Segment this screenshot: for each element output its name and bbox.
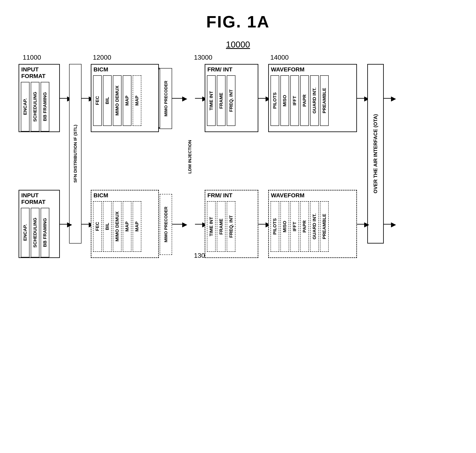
- bot-bicm-fec: FEC: [93, 201, 102, 252]
- arrow-line-bot-5: [258, 224, 266, 225]
- bot-wf-ifft: IFFT: [290, 201, 299, 252]
- top-frm-timeint: TIME INT: [207, 75, 216, 126]
- top-bicm-block: BICM FEC BIL MIMO DEMUX MAP MAP: [91, 64, 159, 132]
- bottom-frm-int-block: FRM/ INT TIME INT FRAME FREQ. INT: [205, 190, 258, 258]
- bot-frm-freqint: FREQ. INT: [227, 201, 235, 252]
- bottom-input-format-block: INPUT FORMAT ENCAP. SCHEDULING BB FRAMIN…: [19, 190, 60, 258]
- top-wf-miso: MISO: [280, 75, 289, 126]
- bot-wf-preamble: PREAMBLE: [320, 201, 329, 252]
- sfn-label: SFN DISTRIBUTION IF (STL): [73, 125, 78, 183]
- ota-block: OVER THE AIR INTERFACE (OTA): [367, 64, 384, 244]
- bot-bicm-map2: MAP: [133, 201, 141, 252]
- bot-frm-frame: FRAME: [217, 201, 225, 252]
- bot-wf-pilots: PILOTS: [271, 201, 279, 252]
- arrow-head-bot-1: ▶: [67, 220, 72, 228]
- bot-wf-papr: PAPR: [300, 201, 309, 252]
- top-bicm-map2: MAP: [133, 75, 141, 126]
- bot-wf-miso: MISO: [280, 201, 289, 252]
- top-bicm-map: MAP: [123, 75, 132, 126]
- top-input-format-title: INPUT FORMAT: [19, 65, 59, 80]
- arrow-line-4: [195, 98, 203, 99]
- ref-11000: 11000: [23, 54, 41, 61]
- top-if-bbframing: BB FRAMING: [41, 82, 49, 131]
- bottom-mimo-precoder-block: MIMO PRECODER: [160, 194, 172, 255]
- top-if-encap: ENCAP.: [21, 82, 29, 131]
- top-frm-int-block: FRM/ INT TIME INT FRAME FREQ. INT: [205, 64, 258, 132]
- arrow-line-bot-3: [172, 224, 183, 225]
- top-wf-ifft: IFFT: [290, 75, 299, 126]
- arrow-head-bot-7: ▶: [391, 220, 396, 228]
- diagram: 11000 12000 13000 14000 INPUT FORMAT ENC…: [16, 41, 460, 413]
- top-mimo-precoder-block: MIMO PRECODER: [160, 68, 172, 129]
- bottom-mimo-precoder-label: MIMO PRECODER: [164, 207, 168, 242]
- arrow-line-2: [82, 98, 90, 99]
- top-bicm-fec: FEC: [93, 75, 102, 126]
- top-if-scheduling: SCHEDULING: [31, 82, 39, 131]
- ref-12000: 12000: [93, 54, 111, 61]
- arrow-head-bot-3: ▶: [182, 220, 187, 228]
- arrow-line-3: [172, 98, 183, 99]
- top-waveform-title: WAVEFORM: [269, 65, 356, 74]
- bottom-bicm-block: BICM FEC BIL MIMO DEMUX MAP MAP: [91, 190, 159, 258]
- page-title: FIG. 1A: [0, 0, 476, 31]
- bot-if-scheduling: SCHEDULING: [31, 208, 39, 257]
- bot-wf-guardint: GUARD INT.: [310, 201, 319, 252]
- ota-label: OVER THE AIR INTERFACE (OTA): [373, 114, 378, 193]
- bottom-waveform-block: WAVEFORM PILOTS MISO IFFT PAPR GUARD INT…: [268, 190, 357, 258]
- bottom-bicm-title: BICM: [91, 191, 158, 199]
- arrow-line-1: [60, 98, 68, 99]
- top-wf-pilots: PILOTS: [271, 75, 279, 126]
- ldm-label: LDM INJECTION: [187, 140, 192, 174]
- top-wf-papr: PAPR: [300, 75, 309, 126]
- bot-if-bbframing: BB FRAMING: [41, 208, 49, 257]
- top-mimo-precoder-label: MIMO PRECODER: [164, 81, 168, 116]
- top-frm-freqint: FREQ. INT: [227, 75, 235, 126]
- top-wf-preamble: PREAMBLE: [320, 75, 329, 126]
- bot-bicm-bil: BIL: [103, 201, 112, 252]
- bottom-frm-int-title: FRM/ INT: [205, 191, 258, 199]
- arrow-line-6: [357, 98, 365, 99]
- bot-if-encap: ENCAP.: [21, 208, 29, 257]
- ref-13000: 13000: [194, 54, 212, 61]
- ldm-injection-container: LDM INJECTION: [185, 68, 195, 246]
- top-waveform-block: WAVEFORM PILOTS MISO IFFT PAPR GUARD INT…: [268, 64, 357, 132]
- arrow-line-bot-4: [195, 224, 203, 225]
- top-wf-guardint: GUARD INT.: [310, 75, 319, 126]
- top-input-format-block: INPUT FORMAT ENCAP. SCHEDULING BB FRAMIN…: [19, 64, 60, 132]
- arrow-line-5: [258, 98, 266, 99]
- bot-bicm-map: MAP: [123, 201, 132, 252]
- bottom-waveform-title: WAVEFORM: [269, 191, 356, 199]
- bottom-input-format-title: INPUT FORMAT: [19, 191, 59, 206]
- top-bicm-title: BICM: [91, 65, 158, 74]
- sfn-distribution-block: SFN DISTRIBUTION IF (STL): [69, 64, 82, 244]
- ref-14000: 14000: [270, 54, 289, 61]
- arrow-line-7: [384, 98, 392, 99]
- top-bicm-mimodemux: MIMO DEMUX: [113, 75, 121, 126]
- arrow-head-bot-6: ▶: [364, 220, 369, 228]
- top-bicm-bil: BIL: [103, 75, 112, 126]
- arrow-line-bot-2: [82, 224, 90, 225]
- bot-bicm-mimodemux: MIMO DEMUX: [113, 201, 121, 252]
- arrow-line-bot-1: [60, 224, 68, 225]
- arrow-head-7: ▶: [391, 94, 396, 102]
- top-frm-int-title: FRM/ INT: [205, 65, 258, 74]
- arrow-line-bot-6: [357, 224, 365, 225]
- top-frm-frame: FRAME: [217, 75, 225, 126]
- arrow-line-bot-7: [384, 224, 392, 225]
- bot-frm-timeint: TIME INT: [207, 201, 216, 252]
